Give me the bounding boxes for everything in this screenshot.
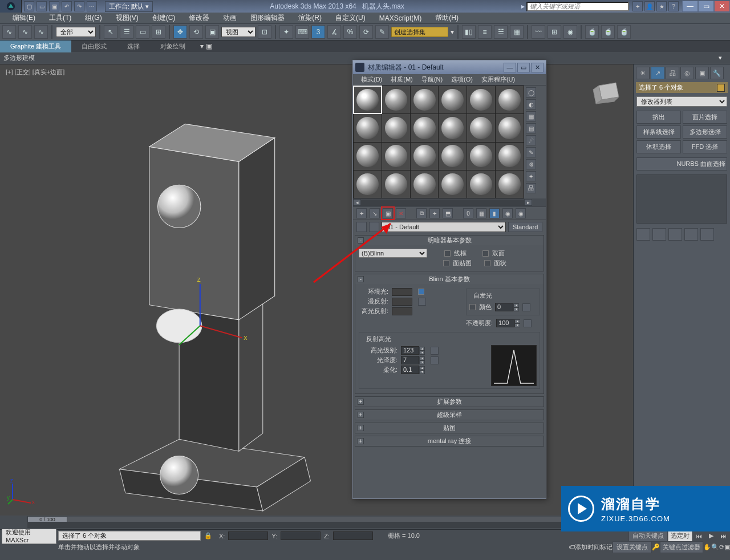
scroll-left-icon[interactable]: ◂ [353, 199, 361, 206]
ribbon-expand-icon[interactable]: ▾ ▣ [200, 42, 212, 50]
ribbon-tab-objectpaint[interactable]: 对象绘制 [150, 40, 196, 52]
rollout-shader-basic[interactable]: -明暗器基本参数 [355, 236, 544, 245]
uv-tile-icon[interactable]: ▤ [526, 123, 536, 133]
maximize-button[interactable]: ▭ [698, 1, 714, 12]
mat-slot[interactable] [439, 171, 467, 198]
check-wire[interactable] [444, 250, 451, 257]
favorites-icon[interactable]: ★ [656, 1, 667, 11]
menu-animation[interactable]: 动画 [217, 12, 242, 24]
stack-show-icon[interactable] [652, 228, 666, 241]
self-illum-map-icon[interactable] [522, 303, 530, 311]
ribbon-panel-label[interactable]: 多边形建模 [3, 54, 35, 62]
mat-sample-slots[interactable] [353, 86, 524, 198]
material-type-button[interactable]: Standard [508, 222, 542, 232]
open-icon[interactable]: ▭ [36, 1, 47, 11]
menu-tools[interactable]: 工具(T) [43, 12, 77, 24]
menu-group[interactable]: 组(G) [79, 12, 107, 24]
nav-max-icon[interactable]: ▣ [724, 543, 730, 551]
btn-volume-select[interactable]: 体积选择 [636, 140, 681, 153]
stack-remove-icon[interactable] [684, 228, 698, 241]
mat-slot[interactable] [467, 171, 495, 198]
mat-slot[interactable] [354, 86, 382, 113]
eyedropper-icon[interactable] [369, 222, 379, 232]
rollout-extended[interactable]: +扩展参数 [355, 397, 544, 407]
scroll-right-icon[interactable]: ▸ [524, 199, 532, 206]
mat-slot[interactable] [411, 114, 439, 141]
mat-minimize[interactable]: — [504, 63, 516, 72]
comm-center-icon[interactable]: ✦ [632, 1, 643, 11]
time-tag-icon[interactable]: 🏷 [569, 543, 575, 550]
show-in-viewport-icon[interactable]: ▦ [476, 208, 486, 218]
mat-slot[interactable] [439, 143, 467, 170]
shader-select[interactable]: (B)Blinn [359, 249, 427, 258]
close-button[interactable]: ✕ [714, 1, 730, 12]
btn-ffd-select[interactable]: FFD 选择 [683, 140, 727, 153]
coord-z-input[interactable] [333, 531, 373, 540]
playback-next-icon[interactable]: ⏭ [717, 533, 730, 539]
mtl-map-nav-icon[interactable]: 品 [526, 183, 536, 193]
key-icon[interactable]: 🔑 [652, 543, 660, 551]
gloss-spinner[interactable]: 7 [401, 356, 419, 364]
link-icon[interactable]: ∿ [2, 25, 16, 39]
keyboard-shortcut-icon[interactable]: ⌨ [295, 25, 309, 39]
percent-snap-icon[interactable]: % [343, 25, 357, 39]
mat-menu-options[interactable]: 选项(O) [448, 74, 476, 85]
ribbon-panel-dropdown-icon[interactable]: ▾ [719, 54, 727, 62]
rollout-supersample[interactable]: +超级采样 [355, 410, 544, 420]
self-illum-spinner[interactable]: 0 [495, 303, 513, 311]
spec-level-map-icon[interactable] [431, 347, 439, 355]
save-icon[interactable]: ▣ [49, 1, 59, 11]
mat-slot[interactable] [382, 86, 410, 113]
menu-modifiers[interactable]: 修改器 [183, 12, 215, 24]
cmd-tab-display[interactable]: ▣ [695, 67, 709, 79]
get-material-icon[interactable]: ✦ [356, 208, 367, 218]
mat-slot[interactable] [411, 171, 439, 198]
toggle-ribbon-icon[interactable]: ▦ [510, 25, 524, 39]
assign-to-sel-icon[interactable]: ▣ [383, 208, 393, 218]
mat-slot[interactable] [496, 86, 524, 113]
manip-icon[interactable]: ✦ [279, 25, 293, 39]
gloss-map-icon[interactable] [431, 356, 439, 364]
pivot-icon[interactable]: ⊡ [258, 25, 271, 39]
menu-edit[interactable]: 编辑(E) [7, 12, 41, 24]
more-icon[interactable]: ⋯ [87, 1, 97, 11]
render-setup-icon[interactable]: 🍵 [585, 25, 599, 39]
mat-id-icon[interactable]: 0 [463, 208, 473, 218]
menu-views[interactable]: 视图(V) [110, 12, 144, 24]
app-icon[interactable] [0, 0, 22, 13]
mat-slot[interactable] [496, 143, 524, 170]
cmd-tab-modify[interactable]: ↗ [651, 67, 664, 79]
reset-map-icon[interactable]: ✕ [396, 208, 406, 218]
render-icon[interactable]: 🍵 [617, 25, 631, 39]
move-icon[interactable]: ✥ [173, 25, 187, 39]
mat-slot[interactable] [467, 143, 495, 170]
background-icon[interactable]: ▦ [526, 111, 536, 121]
schematic-icon[interactable]: ⊞ [548, 25, 561, 39]
object-color-swatch[interactable] [717, 84, 725, 92]
btn-nurbs-select[interactable]: NURBS 曲面选择 [636, 157, 727, 171]
curve-editor-icon[interactable]: 〰 [532, 25, 545, 39]
btn-extrude[interactable]: 挤出 [636, 111, 681, 124]
put-to-scene-icon[interactable]: ↘ [370, 208, 380, 218]
btn-patch-select[interactable]: 面片选择 [683, 111, 727, 124]
playback-play-icon[interactable]: ▶ [705, 532, 717, 539]
mat-slot[interactable] [382, 114, 410, 141]
soften-spinner[interactable]: 0.1 [401, 366, 419, 374]
modifier-stack[interactable] [636, 175, 727, 224]
mat-maximize[interactable]: ▭ [517, 63, 530, 72]
viewport-label[interactable]: [+] [正交] [真实+边面] [6, 68, 64, 76]
ribbon-tab-freeform[interactable]: 自由形式 [71, 40, 117, 52]
diffuse-swatch[interactable] [392, 298, 412, 306]
sample-type-icon[interactable]: ◯ [526, 87, 536, 98]
selset-label[interactable]: 选定对 [668, 530, 692, 542]
ref-coord-system[interactable]: 视图 [221, 27, 256, 37]
dropdown-arrow-icon[interactable]: ▾ [451, 28, 454, 36]
menu-help[interactable]: 帮助(H) [429, 12, 464, 24]
go-sibling-icon[interactable]: ◉ [516, 208, 526, 218]
opacity-spinner[interactable]: 100 [496, 319, 514, 327]
mat-slot[interactable] [382, 143, 410, 170]
mat-slot[interactable] [439, 86, 467, 113]
autokey-button[interactable]: 自动关键点 [628, 530, 668, 542]
coord-y-input[interactable] [281, 531, 321, 540]
btn-spline-select[interactable]: 样条线选择 [636, 125, 681, 139]
